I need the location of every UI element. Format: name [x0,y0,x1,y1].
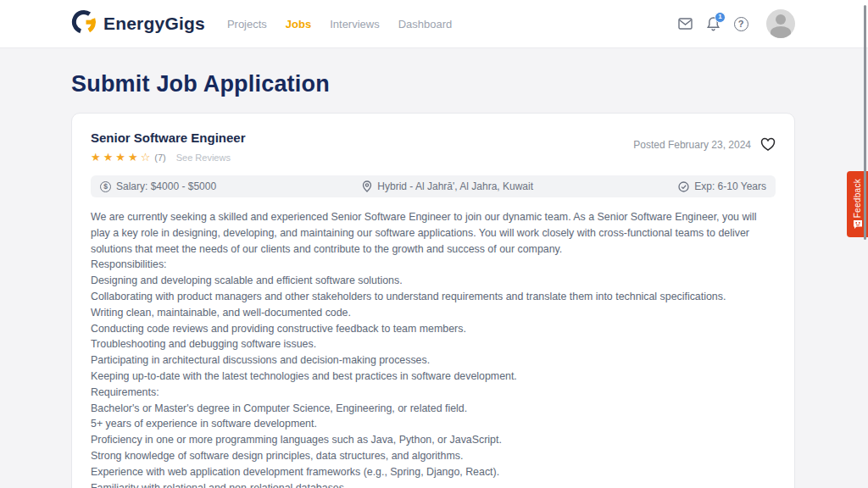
notifications-bell-icon[interactable]: 1 [705,16,721,31]
star-icon: ★ [128,151,138,164]
description-line: 5+ years of experience in software devel… [91,416,776,432]
experience-value: Exp: 6-10 Years [694,180,766,192]
location-value: Hybrid - Al Jahrā', Al Jahra, Kuwait [377,180,533,192]
salary-info: $ Salary: $4000 - $5000 [100,180,216,192]
brand-logo[interactable]: EnergyGigs [71,9,205,38]
description-line: Participating in architectural discussio… [91,352,776,369]
page-title: Submit Job Application [71,71,795,97]
main-content: Submit Job Application Senior Software E… [0,71,868,488]
posted-date: Posted February 23, 2024 [633,139,751,151]
star-icon: ★ [115,151,125,164]
description-line: Designing and developing scalable and ef… [91,273,776,289]
location-pin-icon [361,181,372,192]
description-line: Strong knowledge of software design prin… [91,448,776,464]
feedback-smiley-icon [853,218,863,233]
favorite-heart-icon[interactable] [760,137,776,152]
experience-info: Exp: 6-10 Years [678,180,766,192]
nav-item-dashboard[interactable]: Dashboard [398,18,453,30]
notification-count-badge: 1 [715,12,726,23]
description-line: Responsibilities: [91,257,776,273]
top-navbar: EnergyGigs Projects Jobs Interviews Dash… [0,0,868,48]
star-outline-icon: ☆ [141,151,151,164]
review-count: (7) [154,152,165,163]
location-info: Hybrid - Al Jahrā', Al Jahra, Kuwait [361,180,533,192]
description-line: Troubleshooting and debugging software i… [91,336,776,352]
salary-icon: $ [100,181,111,192]
description-line: Proficiency in one or more programming l… [91,432,776,448]
job-head-right: Posted February 23, 2024 [633,137,776,152]
description-line: Bachelor's or Master's degree in Compute… [91,401,776,417]
see-reviews-link[interactable]: See Reviews [176,152,231,163]
feedback-label: Feedback [853,179,862,218]
description-line: Writing clean, maintainable, and well-do… [91,305,776,321]
job-info-bar: $ Salary: $4000 - $5000 Hybrid - Al Jahr… [91,175,776,197]
job-rating: ★ ★ ★ ★ ☆ (7) See Reviews [91,151,246,164]
header-actions: 1 ? [677,9,795,38]
star-icon: ★ [103,151,114,164]
vertical-scrollbar[interactable] [864,5,866,240]
job-description: We are currently seeking a skilled and e… [91,209,776,488]
user-avatar[interactable] [766,9,795,38]
job-application-card: Senior Software Engineer ★ ★ ★ ★ ☆ (7) S… [71,113,795,488]
description-line: Experience with web application developm… [91,464,776,480]
main-nav: Projects Jobs Interviews Dashboard [227,18,452,30]
nav-item-jobs[interactable]: Jobs [286,18,311,30]
nav-item-interviews[interactable]: Interviews [330,18,380,30]
energygigs-logo-icon [71,9,97,38]
help-icon[interactable]: ? [733,16,748,31]
description-line: Conducting code reviews and providing co… [91,321,776,337]
description-line: Collaborating with product managers and … [91,289,776,305]
brand-name: EnergyGigs [103,14,205,34]
mail-icon[interactable] [677,16,693,31]
job-head-left: Senior Software Engineer ★ ★ ★ ★ ☆ (7) S… [91,130,246,164]
star-icon: ★ [91,151,101,164]
description-line: Keeping up-to-date with the latest techn… [91,369,776,385]
description-line: Familiarity with relational and non-rela… [91,480,776,488]
nav-item-projects[interactable]: Projects [227,18,267,30]
job-title: Senior Software Engineer [91,130,246,145]
description-line: Requirements: [91,385,776,401]
description-intro: We are currently seeking a skilled and e… [91,209,776,257]
salary-value: Salary: $4000 - $5000 [116,180,216,192]
check-circle-icon [678,181,689,192]
